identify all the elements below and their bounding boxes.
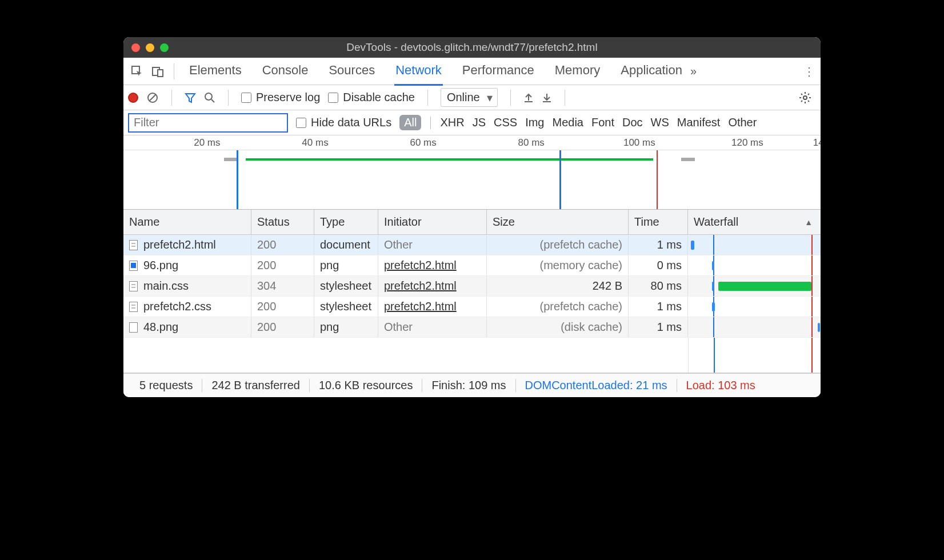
status-finish: Finish: 109 ms	[422, 379, 515, 392]
zoom-window-button[interactable]	[160, 43, 169, 52]
hide-data-urls-label: Hide data URLs	[311, 116, 391, 129]
tab-sources[interactable]: Sources	[327, 57, 376, 86]
download-har-icon[interactable]	[542, 93, 552, 103]
customize-menu-button[interactable]: ⋮	[802, 65, 816, 78]
column-initiator[interactable]: Initiator	[378, 210, 487, 234]
tab-application[interactable]: Application	[619, 57, 683, 86]
document-icon	[129, 281, 138, 291]
main-tabs-row: ElementsConsoleSourcesNetworkPerformance…	[123, 58, 821, 85]
request-initiator[interactable]: prefetch2.html	[384, 279, 457, 293]
filter-type-other[interactable]: Other	[728, 116, 757, 129]
request-name: prefetch2.css	[143, 300, 211, 313]
filter-input[interactable]	[128, 113, 288, 133]
preserve-log-checkbox[interactable]: Preserve log	[241, 91, 320, 104]
request-row[interactable]: main.css304stylesheetprefetch2.html242 B…	[123, 276, 821, 297]
request-initiator[interactable]: prefetch2.html	[384, 259, 457, 272]
status-bar: 5 requests 242 B transferred 10.6 KB res…	[123, 373, 821, 397]
divider	[427, 90, 428, 106]
request-size: (memory cache)	[487, 255, 629, 275]
load-line	[811, 276, 813, 296]
disable-cache-checkbox[interactable]: Disable cache	[328, 91, 415, 104]
request-status: 200	[251, 317, 314, 337]
request-type: document	[314, 235, 378, 255]
dcl-line	[714, 338, 715, 373]
image-icon	[129, 261, 138, 271]
tab-network[interactable]: Network	[394, 57, 443, 86]
request-type: png	[314, 255, 378, 275]
minimize-window-button[interactable]	[146, 43, 154, 52]
svg-point-7	[803, 96, 807, 99]
timeline-overview[interactable]: 20 ms40 ms60 ms80 ms100 ms120 ms14	[123, 135, 821, 210]
timeline-activity-bar	[246, 158, 654, 161]
request-row[interactable]: 48.png200pngOther(disk cache)1 ms	[123, 317, 821, 338]
tabs-overflow-button[interactable]: »	[686, 65, 701, 78]
request-waterfall	[688, 235, 821, 255]
hide-data-urls-checkbox[interactable]: Hide data URLs	[296, 116, 391, 129]
timeline-tick: 40 ms	[302, 137, 328, 149]
column-name[interactable]: Name	[123, 210, 251, 234]
filter-type-manifest[interactable]: Manifest	[677, 116, 721, 129]
filter-type-media[interactable]: Media	[552, 116, 583, 129]
tab-console[interactable]: Console	[261, 57, 310, 86]
column-size[interactable]: Size	[487, 210, 629, 234]
record-button[interactable]	[128, 93, 138, 103]
upload-har-icon[interactable]	[523, 93, 534, 103]
request-size: 242 B	[487, 276, 629, 296]
request-time: 0 ms	[629, 255, 688, 275]
request-size: (disk cache)	[487, 317, 629, 337]
filter-type-js[interactable]: JS	[473, 116, 486, 129]
image-icon	[129, 322, 138, 333]
svg-line-4	[149, 94, 156, 101]
column-waterfall[interactable]: Waterfall	[688, 210, 821, 234]
status-resources: 10.6 KB resources	[310, 379, 423, 392]
svg-line-6	[211, 99, 214, 102]
request-size: (prefetch cache)	[487, 297, 629, 317]
load-line	[811, 235, 813, 255]
request-type: stylesheet	[314, 276, 378, 296]
clear-icon[interactable]	[146, 91, 159, 104]
filter-type-img[interactable]: Img	[525, 116, 544, 129]
timeline-tick: 80 ms	[518, 137, 545, 149]
close-window-button[interactable]	[131, 43, 140, 52]
waterfall-bar	[691, 241, 694, 250]
divider	[430, 117, 431, 129]
throttling-value: Online	[447, 91, 480, 103]
waterfall-bar	[818, 323, 820, 332]
column-status[interactable]: Status	[251, 210, 314, 234]
request-row[interactable]: 96.png200pngprefetch2.html(memory cache)…	[123, 255, 821, 276]
filter-type-css[interactable]: CSS	[494, 116, 517, 129]
filter-type-all[interactable]: All	[399, 115, 421, 130]
settings-icon[interactable]	[799, 91, 811, 104]
request-waterfall	[688, 276, 821, 296]
timeline-marker	[657, 150, 658, 209]
filter-type-font[interactable]: Font	[591, 116, 614, 129]
table-empty-area	[123, 338, 821, 373]
window-controls	[123, 43, 169, 52]
tab-memory[interactable]: Memory	[554, 57, 601, 86]
request-time: 1 ms	[629, 297, 688, 317]
request-type: stylesheet	[314, 297, 378, 317]
waterfall-bar	[712, 282, 714, 291]
search-icon[interactable]	[204, 92, 215, 103]
request-row[interactable]: prefetch2.css200stylesheetprefetch2.html…	[123, 297, 821, 317]
tab-elements[interactable]: Elements	[188, 57, 243, 86]
filter-icon[interactable]	[185, 92, 196, 103]
titlebar: DevTools - devtools.glitch.me/wndt77/pre…	[123, 37, 821, 58]
filter-type-xhr[interactable]: XHR	[440, 116, 464, 129]
request-row[interactable]: prefetch2.html200documentOther(prefetch …	[123, 235, 821, 255]
request-initiator[interactable]: prefetch2.html	[384, 300, 457, 313]
filter-type-doc[interactable]: Doc	[622, 116, 643, 129]
filter-type-ws[interactable]: WS	[651, 116, 669, 129]
inspect-element-icon[interactable]	[128, 62, 146, 81]
throttling-select[interactable]: Online	[441, 88, 498, 107]
tab-performance[interactable]: Performance	[461, 57, 535, 86]
request-time: 1 ms	[629, 235, 688, 255]
request-status: 304	[251, 276, 314, 296]
divider	[171, 90, 172, 106]
request-initiator: Other	[384, 238, 413, 251]
request-name: 96.png	[143, 259, 178, 272]
device-toolbar-icon[interactable]	[149, 62, 167, 81]
column-type[interactable]: Type	[314, 210, 378, 234]
column-time[interactable]: Time	[629, 210, 688, 234]
timeline-marker	[237, 150, 238, 209]
